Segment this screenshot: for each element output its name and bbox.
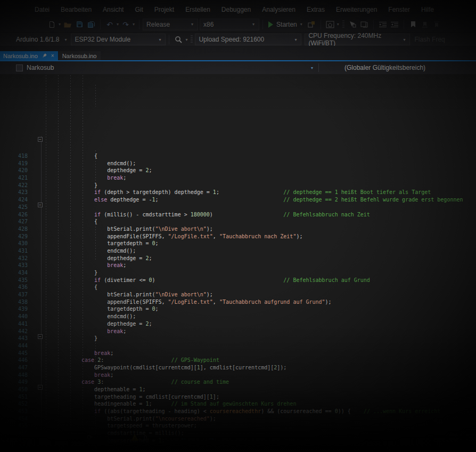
search-caret-icon[interactable]: ▾ xyxy=(185,37,187,42)
line-number: 444 xyxy=(0,342,28,350)
redo-button[interactable]: ↷ xyxy=(120,19,132,30)
code-line[interactable]: 432 depthedge = 2; xyxy=(0,255,476,262)
navigate-forward-icon[interactable]: → xyxy=(208,433,215,442)
arduino-toolbar: Arduino 1.6/1.8 ▾ ESP32 Dev Module▾ ▾ Up… xyxy=(0,32,476,46)
code-line[interactable]: 444 xyxy=(0,342,476,350)
code-line[interactable]: 447 GPSwaypoint(cmdlist[currentcmd][1], … xyxy=(0,364,476,372)
code-line[interactable]: 419 endcmd(); xyxy=(0,160,476,167)
fold-collapse-icon[interactable]: − xyxy=(38,137,43,142)
code-line[interactable]: 423 if (depth > targetdepth) depthedge =… xyxy=(0,189,476,196)
menu-erstellen[interactable]: Erstellen xyxy=(180,5,215,14)
code-line[interactable]: 448 break; xyxy=(0,372,476,379)
bookmark-next-button[interactable] xyxy=(431,19,442,30)
code-line[interactable]: 435 if (divetimer <= 0) // Befehlsabbruc… xyxy=(0,277,476,284)
code-line[interactable]: 424 else depthedge = -1; // depthedge ==… xyxy=(0,196,476,204)
menu-hilfe[interactable]: Hilfe xyxy=(416,5,439,14)
code-line[interactable]: 433 break; xyxy=(0,262,476,269)
code-line[interactable]: 421 break; xyxy=(0,174,476,182)
tab-narkosub-inactive[interactable]: Narkosub.ino xyxy=(59,51,101,60)
cpu-frequency-combo[interactable]: CPU Frequency: 240MHz (WiFi/BT)▾ xyxy=(305,34,410,45)
fold-collapse-icon[interactable]: − xyxy=(38,203,43,207)
code-line[interactable]: 420 depthedge = 2; xyxy=(0,167,476,174)
scope-name: (Globaler Gültigkeitsbereich) xyxy=(344,64,425,71)
start-button[interactable]: Starten ▾ xyxy=(266,21,306,28)
code-line[interactable]: 428 btSerial.print("\nDive abort\n"); xyxy=(0,225,476,233)
scope-dropdown[interactable]: (Globaler Gültigkeitsbereich) xyxy=(319,61,425,74)
undo-button[interactable]: ↶ xyxy=(104,19,116,30)
configuration-combo[interactable]: Release▾ xyxy=(143,19,198,30)
flash-frequency-label[interactable]: Flash Freq xyxy=(414,36,445,43)
save-all-button[interactable] xyxy=(85,19,97,30)
code-line[interactable]: 431 endcmd(); xyxy=(0,247,476,255)
refresh-icon[interactable]: ⟳ xyxy=(87,433,93,442)
new-file-caret-icon[interactable]: ▾ xyxy=(59,22,61,27)
upload-speed-combo[interactable]: Upload Speed: 921600▾ xyxy=(195,34,301,45)
code-line[interactable]: 439 targetdepth = 0; xyxy=(0,305,476,313)
code-line[interactable]: 445 break; xyxy=(0,350,476,357)
attach-to-process-button[interactable] xyxy=(306,19,317,30)
code-line[interactable]: 418 { xyxy=(0,152,476,160)
code-line[interactable]: 427 { xyxy=(0,218,476,225)
start-caret-icon[interactable]: ▾ xyxy=(300,22,302,27)
menu-fenster[interactable]: Fenster xyxy=(383,5,415,14)
code-line[interactable]: 453 if ((abs(targetheading - heading) < … xyxy=(0,408,476,415)
menu-bearbeiten[interactable]: Bearbeiten xyxy=(56,5,96,14)
code-line[interactable]: 449case 3: // course and time xyxy=(0,378,476,386)
platform-combo[interactable]: x86▾ xyxy=(200,19,259,30)
code-line[interactable]: 430 targetdepth = 0; xyxy=(0,240,476,247)
close-icon[interactable]: × xyxy=(51,53,54,59)
home-caret-icon[interactable]: ▾ xyxy=(337,22,339,27)
code-line[interactable]: 451 targetheading = cmdlist[currentcmd][… xyxy=(0,393,476,401)
code-editor[interactable]: 418 {419 endcmd();420 depthedge = 2;421 … xyxy=(0,75,476,452)
code-line[interactable]: 426 if (millis() - cmdstarttime > 180000… xyxy=(0,211,476,219)
open-file-button[interactable] xyxy=(62,19,73,30)
bookmark-prev-button[interactable] xyxy=(419,19,431,30)
increase-indent-button[interactable] xyxy=(389,19,400,30)
code-line[interactable]: 450 depthenable = 1; xyxy=(0,386,476,393)
navigate-home-button[interactable] xyxy=(324,19,336,30)
code-line[interactable]: 441 depthedge = 2; xyxy=(0,320,476,328)
search-icon[interactable] xyxy=(173,34,184,45)
code-line[interactable]: 434 } xyxy=(0,269,476,277)
undo-caret-icon[interactable]: ▾ xyxy=(117,22,119,27)
find-in-code-button[interactable] xyxy=(358,19,370,30)
menu-ansicht[interactable]: Ansicht xyxy=(98,5,128,14)
code-line[interactable]: 455 targetspeed = thrusterpower; xyxy=(0,422,476,430)
pin-icon[interactable] xyxy=(42,53,47,58)
code-line[interactable]: 436 { xyxy=(0,284,476,291)
code-line[interactable]: 454 btSerial.print("\ncoursereached"); xyxy=(0,415,476,423)
code-line[interactable]: 438 appendFile(SPIFFS, "/LogFile.txt", "… xyxy=(0,298,476,306)
ide-version-caret-icon[interactable]: ▾ xyxy=(64,37,67,42)
code-line[interactable]: 443 } xyxy=(0,335,476,342)
menu-erweiterungen[interactable]: Erweiterungen xyxy=(331,5,382,14)
code-line[interactable]: 437 btSerial.print("\nDive abort\n"); xyxy=(0,291,476,298)
line-number: 443 xyxy=(0,335,28,342)
navigate-back-icon[interactable]: ← xyxy=(180,433,187,442)
menu-projekt[interactable]: Projekt xyxy=(150,5,179,14)
new-file-button[interactable] xyxy=(46,19,58,30)
code-line[interactable]: 429 appendFile(SPIFFS, "/LogFile.txt", "… xyxy=(0,233,476,240)
select-element-button[interactable] xyxy=(347,19,358,30)
board-combo[interactable]: ESP32 Dev Module▾ xyxy=(71,34,166,45)
bookmark-button[interactable] xyxy=(407,19,419,30)
menu-analysieren[interactable]: Analysieren xyxy=(257,5,300,14)
code-line[interactable]: 422 } xyxy=(0,182,476,189)
menu-datei[interactable]: Datei xyxy=(30,5,54,14)
project-dropdown[interactable]: Narkosub ▾ xyxy=(0,61,318,74)
code-line[interactable]: 425 xyxy=(0,204,476,211)
tab-narkosub-active[interactable]: Narkosub.ino × xyxy=(0,51,58,60)
fold-collapse-icon[interactable]: − xyxy=(38,385,43,390)
ide-version-label[interactable]: Arduino 1.6/1.8 xyxy=(16,36,59,43)
fold-collapse-icon[interactable]: − xyxy=(38,334,43,339)
code-line[interactable]: 440 endcmd(); xyxy=(0,313,476,320)
save-button[interactable] xyxy=(73,19,85,30)
menu-git[interactable]: Git xyxy=(130,5,147,14)
code-line[interactable]: 452 headingenable = 1; // im Stand auf g… xyxy=(0,400,476,408)
decrease-indent-button[interactable] xyxy=(377,19,389,30)
menu-extras[interactable]: Extras xyxy=(302,5,330,14)
code-line[interactable]: 458 } xyxy=(0,445,476,452)
menu-debuggen[interactable]: Debuggen xyxy=(217,5,256,14)
code-line[interactable]: 442 break; xyxy=(0,328,476,335)
redo-caret-icon[interactable]: ▾ xyxy=(133,22,135,27)
code-line[interactable]: 446case 2: // GPS-Waypoint xyxy=(0,357,476,364)
